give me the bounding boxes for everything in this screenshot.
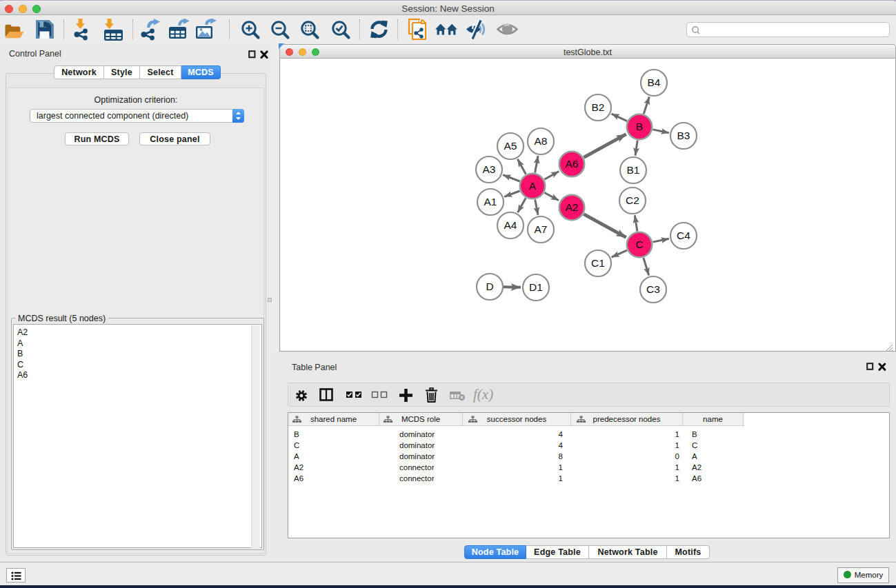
svg-text:A7: A7 [535, 223, 548, 235]
svg-text:A3: A3 [483, 163, 496, 175]
svg-text:C4: C4 [677, 230, 690, 241]
svg-text:C3: C3 [646, 283, 660, 295]
svg-text:A4: A4 [504, 219, 517, 231]
svg-text:A8: A8 [535, 135, 548, 147]
svg-text:C: C [635, 239, 643, 250]
svg-text:B2: B2 [592, 101, 605, 113]
svg-text:D: D [486, 281, 493, 292]
svg-text:A: A [529, 180, 537, 192]
svg-text:B1: B1 [627, 164, 640, 176]
svg-text:C2: C2 [626, 194, 639, 206]
svg-text:A6: A6 [566, 158, 579, 170]
svg-text:B4: B4 [648, 77, 661, 88]
svg-text:A1: A1 [484, 196, 497, 207]
svg-text:B3: B3 [677, 130, 690, 141]
svg-text:D1: D1 [529, 281, 543, 293]
svg-text:C1: C1 [591, 257, 605, 269]
svg-text:B: B [636, 121, 643, 132]
svg-text:A5: A5 [504, 140, 517, 152]
svg-text:A2: A2 [566, 201, 579, 213]
